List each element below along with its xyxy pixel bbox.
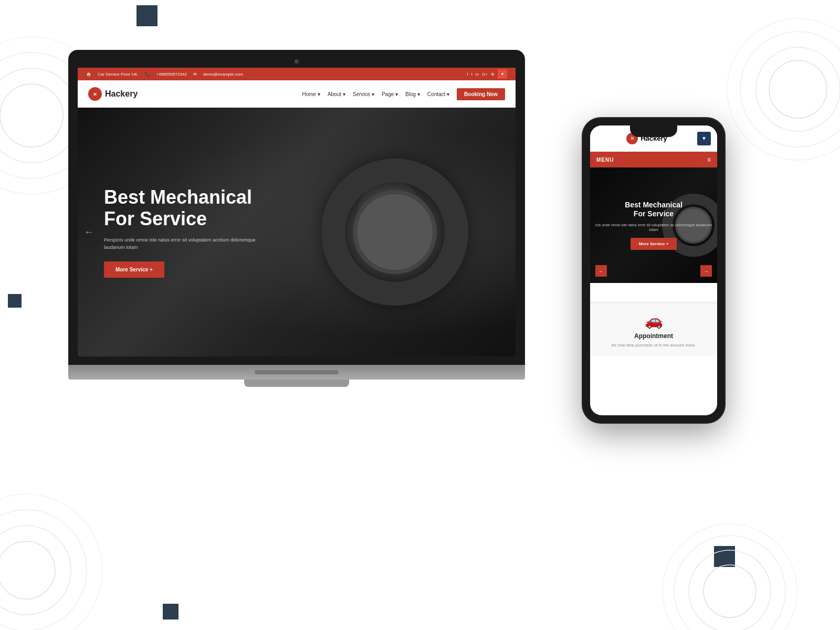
phone-title-line2: For Service xyxy=(634,209,674,218)
social-extra-icon: ⊕ xyxy=(491,72,495,77)
phone-hero-arrows: ← → xyxy=(590,265,717,277)
phone-hamburger-icon[interactable]: ≡ xyxy=(707,156,711,163)
phone-hero-cta-btn[interactable]: More Service + xyxy=(631,238,677,250)
site-navbar: ✕ Hackery Home ▾ About ▾ Service ▾ Page … xyxy=(78,80,516,108)
topbar-right: f t in G+ ⊕ ▼ xyxy=(467,69,507,79)
phone-icon: 📞 xyxy=(145,72,150,77)
hero-prev-arrow[interactable]: ← xyxy=(84,227,93,238)
svg-point-5 xyxy=(756,47,840,131)
svg-point-6 xyxy=(740,32,840,147)
svg-point-14 xyxy=(674,536,785,630)
phone-appointment-section: 🚗 Appointment All One-time purchase of i… xyxy=(590,302,717,356)
svg-point-9 xyxy=(0,526,71,615)
laptop-camera xyxy=(295,59,299,64)
social-tw-icon: t xyxy=(471,72,472,77)
hero-title-line2: For Service xyxy=(104,208,207,229)
hero-section: ← Best Mechanical For Service Perspicis … xyxy=(78,108,516,356)
home-icon: 🏠 xyxy=(86,72,91,77)
laptop-trackpad-hint xyxy=(255,370,339,374)
phone-car-icon: 🚗 xyxy=(645,312,663,329)
phone-appointment-title: Appointment xyxy=(634,332,673,340)
svg-point-11 xyxy=(0,494,102,630)
phone-prev-arrow[interactable]: ← xyxy=(595,265,607,277)
nav-page[interactable]: Page ▾ xyxy=(382,91,398,97)
language-btn[interactable]: ▼ xyxy=(498,69,507,79)
nav-home[interactable]: Home ▾ xyxy=(302,91,320,97)
phone-body: ✕ Hackery ▼ MENU ≡ Best xyxy=(583,118,724,423)
social-fb-icon: f xyxy=(467,72,468,77)
phone-hero-title: Best Mechanical For Service xyxy=(595,201,712,218)
laptop-mockup: 🏠 Car Service Floor UK. 📞 +998556572342 … xyxy=(68,50,525,396)
phone-white-separator xyxy=(590,283,717,302)
svg-point-4 xyxy=(769,60,827,118)
phone-hero-description: icis unde omne iste natus error sit volu… xyxy=(595,223,712,233)
booking-now-btn[interactable]: Booking Now xyxy=(457,88,505,100)
svg-point-15 xyxy=(663,524,797,630)
decorative-square-4 xyxy=(163,604,178,620)
topbar-phone: +998556572342 xyxy=(156,72,187,77)
hero-cta-btn[interactable]: More Service + xyxy=(104,261,164,278)
phone-menu-label: MENU xyxy=(596,157,614,163)
site-topbar: 🏠 Car Service Floor UK. 📞 +998556572342 … xyxy=(78,68,516,80)
phone-notch xyxy=(630,125,677,137)
laptop-body: 🏠 Car Service Floor UK. 📞 +998556572342 … xyxy=(68,50,525,365)
phone-screen: ✕ Hackery ▼ MENU ≡ Best xyxy=(590,125,717,415)
topbar-email: demo@example.com xyxy=(203,72,243,77)
social-gp-icon: G+ xyxy=(482,72,488,77)
laptop-foot xyxy=(244,380,349,387)
svg-point-1 xyxy=(0,68,79,163)
circle-decoration-right xyxy=(724,16,840,165)
svg-text:✕: ✕ xyxy=(93,92,97,97)
circle-decoration-bottom-right xyxy=(662,523,798,630)
nav-service[interactable]: Service ▾ xyxy=(353,91,374,97)
laptop-base xyxy=(68,365,525,380)
topbar-left: 🏠 Car Service Floor UK. 📞 +998556572342 … xyxy=(86,72,243,77)
logo-text: Hackery xyxy=(105,89,138,99)
phone-menu-bar: MENU ≡ xyxy=(590,152,717,167)
phone-appointment-description: All One-time purchase of in the amount m… xyxy=(611,343,696,348)
svg-point-8 xyxy=(0,541,55,599)
topbar-address: Car Service Floor UK. xyxy=(98,72,139,77)
phone-hero-content: Best Mechanical For Service icis unde om… xyxy=(595,201,712,250)
logo-icon: ✕ xyxy=(88,87,102,101)
phone-title-line1: Best Mechanical xyxy=(625,201,682,209)
hero-title: Best Mechanical For Service xyxy=(104,186,489,230)
hero-content: Best Mechanical For Service Perspicis un… xyxy=(104,186,489,278)
decorative-square-3 xyxy=(8,294,22,308)
hero-title-line1: Best Mechanical xyxy=(104,186,252,208)
nav-about[interactable]: About ▾ xyxy=(328,91,345,97)
svg-point-7 xyxy=(727,18,840,160)
laptop-screen: 🏠 Car Service Floor UK. 📞 +998556572342 … xyxy=(78,68,516,356)
email-icon: ✉ xyxy=(193,72,197,77)
circle-decoration-bottom-left xyxy=(0,491,105,630)
site-logo: ✕ Hackery xyxy=(88,87,138,101)
svg-point-12 xyxy=(704,565,756,617)
nav-blog[interactable]: Blog ▾ xyxy=(405,91,420,97)
decorative-square-1 xyxy=(136,5,158,26)
svg-point-13 xyxy=(689,550,771,630)
social-in-icon: in xyxy=(476,72,479,77)
hero-description: Perspicis unde omne iste natus error sit… xyxy=(104,237,272,251)
site-nav: Home ▾ About ▾ Service ▾ Page ▾ Blog ▾ C… xyxy=(302,88,505,100)
svg-point-0 xyxy=(0,84,63,147)
phone-next-arrow[interactable]: → xyxy=(700,265,712,277)
phone-lang-btn[interactable]: ▼ xyxy=(697,132,711,145)
phone-mockup: ✕ Hackery ▼ MENU ≡ Best xyxy=(583,118,724,428)
phone-hero-section: Best Mechanical For Service icis unde om… xyxy=(590,167,717,283)
nav-contact[interactable]: Contact ▾ xyxy=(427,91,449,97)
